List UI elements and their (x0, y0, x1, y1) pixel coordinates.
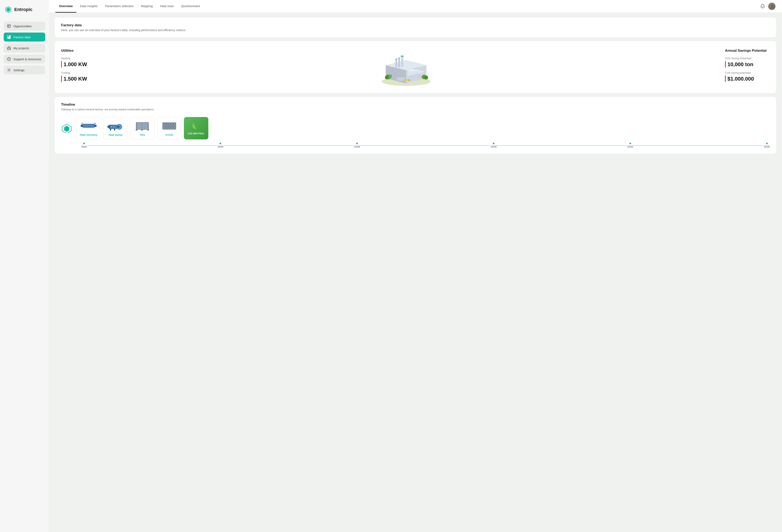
svg-rect-55 (81, 125, 83, 127)
timeline-marker-now: Now (81, 143, 87, 148)
svg-rect-26 (401, 55, 404, 57)
svg-rect-76 (148, 122, 149, 130)
sidebar-item-settings[interactable]: Settings (4, 66, 45, 75)
tech-card-heat-recovery[interactable]: Heat recovery (76, 117, 101, 140)
svg-rect-41 (397, 77, 405, 81)
tech-card-ccus[interactable]: CCUS (157, 117, 181, 140)
timeline-marker-2032: 2032 (627, 143, 633, 148)
svg-point-66 (111, 126, 112, 127)
svg-point-97 (164, 126, 165, 128)
svg-rect-25 (401, 56, 403, 67)
timeline-marker-2035: 2035 (764, 143, 770, 148)
svg-rect-42 (396, 77, 405, 77)
factory-data-header-card: Factory data Here, you can see an overvi… (55, 17, 776, 37)
cooling-value: 1.500 KW (61, 76, 87, 82)
svg-rect-69 (114, 129, 115, 130)
logo-text: Entropic (14, 7, 32, 12)
nav-heat-scan[interactable]: Heat scan (156, 0, 178, 13)
svg-rect-24 (398, 58, 400, 59)
timeline-items-row: Heat recovery (61, 117, 770, 143)
layers-icon (7, 24, 11, 28)
svg-rect-79 (141, 130, 143, 130)
nav-data-insights[interactable]: Data insights (76, 0, 101, 13)
co2-savings-group: CO2 Saving Potentials 10,000 ton (725, 57, 770, 68)
gear-icon (7, 68, 11, 72)
svg-point-53 (91, 125, 93, 126)
tech-card-heat-pump[interactable]: Heat pump (103, 117, 128, 140)
ccus-label: CCUS (166, 133, 173, 136)
svg-point-38 (388, 75, 392, 78)
sidebar-item-my-projects[interactable]: My projects (4, 44, 45, 52)
tech-card-tes[interactable]: TES (130, 117, 154, 140)
nav-parameters-selection[interactable]: Parameters selection (101, 0, 137, 13)
cooling-bar (61, 76, 62, 82)
svg-rect-58 (94, 123, 96, 124)
svg-point-35 (415, 73, 420, 76)
svg-rect-75 (136, 122, 137, 130)
svg-rect-23 (398, 58, 400, 67)
logo-icon (4, 6, 12, 13)
svg-point-96 (174, 124, 175, 125)
svg-rect-21 (395, 59, 397, 67)
nav-links: Overview Data insights Parameters select… (56, 0, 204, 13)
timeline-entropic-logo (61, 124, 72, 133)
utilities-card: Utilities Heating 1.000 KW Cooling 1.500… (55, 41, 776, 93)
svg-rect-64 (108, 126, 110, 128)
svg-point-67 (113, 126, 115, 127)
timeline-track: Now 2026 2028 (61, 143, 770, 148)
co2-neutral-badge[interactable]: CO2 NEUTRAL (184, 117, 208, 140)
svg-point-52 (89, 125, 91, 126)
factory-data-description: Here, you can see an overview of your fa… (61, 29, 770, 32)
sidebar-item-support[interactable]: Support & resources (4, 54, 45, 64)
svg-point-101 (174, 126, 175, 128)
timeline-marker-2026: 2026 (217, 143, 223, 148)
timeline-logo (61, 124, 72, 133)
timeline-dot-2028 (356, 143, 358, 144)
sidebar-item-opportunities[interactable]: Opportunities (4, 22, 45, 31)
svg-rect-9 (9, 36, 10, 38)
heat-pump-label: Heat pump (109, 133, 122, 136)
co2-savings-value: 10,000 ton (725, 61, 770, 68)
heat-pump-image (107, 120, 123, 131)
avatar[interactable]: 👤 (768, 3, 776, 10)
cooling-group: Cooling 1.500 KW (61, 71, 87, 82)
heat-recovery-icon (81, 121, 97, 131)
main-content: Overview Data insights Parameters select… (49, 0, 782, 532)
nav-questionnaire[interactable]: Questionnaire (177, 0, 204, 13)
timeline-marker-2028: 2028 (354, 143, 360, 148)
timeline-subtitle: Pathway to a carbon-neutral factory: our… (61, 108, 770, 111)
timeline-title: Timeline (61, 103, 770, 107)
annual-savings-section: Annual Savings Potential CO2 Saving Pote… (725, 49, 770, 86)
co2-leaves-icon (190, 122, 202, 131)
heating-label: Heating (61, 57, 87, 60)
timeline-line-2 (223, 145, 354, 146)
notifications-icon[interactable] (760, 4, 765, 9)
cost-bar (725, 76, 726, 82)
svg-point-40 (424, 76, 428, 80)
timeline-dot-2032 (630, 143, 631, 144)
cost-savings-label: Cost saving potentials (725, 71, 770, 74)
heating-bar (61, 61, 62, 68)
svg-rect-56 (94, 125, 97, 127)
timeline-dot-2030 (493, 143, 494, 144)
sidebar-item-factory-data[interactable]: Factory data (4, 33, 45, 41)
svg-point-100 (171, 126, 173, 128)
nav-mapping[interactable]: Mapping (137, 0, 156, 13)
svg-rect-77 (142, 122, 142, 130)
briefcase-icon (7, 46, 11, 50)
timeline-dot-2035 (766, 143, 768, 144)
factory-data-title: Factory data (61, 23, 770, 27)
svg-rect-22 (395, 59, 397, 60)
svg-rect-7 (8, 37, 8, 38)
tes-image (134, 120, 150, 131)
svg-point-37 (385, 75, 389, 79)
logo-area: Entropic (4, 6, 45, 13)
timeline-line-3 (360, 145, 491, 146)
cost-savings-group: Cost saving potentials $1.000.000 (725, 71, 770, 82)
svg-rect-44 (408, 79, 410, 81)
svg-rect-80 (147, 130, 149, 130)
nav-overview[interactable]: Overview (56, 0, 76, 13)
svg-point-50 (85, 125, 86, 126)
svg-rect-43 (404, 79, 407, 81)
heat-pump-icon (108, 121, 123, 131)
